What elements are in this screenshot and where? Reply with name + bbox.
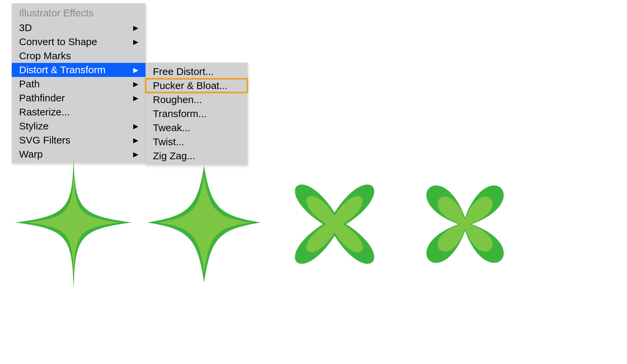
primary-menu-panel: Illustrator Effects 3D▶Convert to Shape▶… [12, 3, 146, 163]
submenu-item-label: Roughen... [153, 94, 202, 105]
menu-item-label: SVG Filters [19, 134, 70, 146]
submenu-panel: Free Distort...Pucker & Bloat...Roughen.… [146, 63, 248, 165]
menu-item-label: Path [19, 78, 40, 90]
menu-item-svg-filters[interactable]: SVG Filters▶ [12, 133, 146, 147]
submenu-item-roughen[interactable]: Roughen... [146, 93, 248, 107]
menu-item-label: Rasterize... [19, 106, 70, 118]
submenu-item-label: Tweak... [153, 122, 190, 133]
shape-bloat-mild [274, 157, 395, 291]
menu-item-label: Distort & Transform [19, 64, 105, 76]
submenu-item-twist[interactable]: Twist... [146, 135, 248, 149]
menu-item-crop-marks[interactable]: Crop Marks [12, 49, 146, 63]
submenu-item-label: Free Distort... [153, 66, 214, 77]
menu-header: Illustrator Effects [12, 5, 146, 21]
submenu-item-label: Twist... [153, 136, 184, 148]
menu-item-stylize[interactable]: Stylize▶ [12, 119, 146, 133]
submenu-item-pucker-bloat[interactable]: Pucker & Bloat... [146, 79, 248, 93]
menu-item-3d[interactable]: 3D▶ [12, 21, 146, 35]
submenu-item-label: Pucker & Bloat... [153, 80, 228, 91]
menu-item-label: 3D [19, 22, 32, 33]
menu-item-rasterize[interactable]: Rasterize... [12, 105, 146, 119]
submenu-item-free-distort[interactable]: Free Distort... [146, 65, 248, 79]
menu-item-label: Pathfinder [19, 92, 65, 104]
submenu-arrow-icon: ▶ [133, 24, 138, 32]
submenu-item-tweak[interactable]: Tweak... [146, 121, 248, 135]
menu-item-label: Convert to Shape [19, 36, 97, 48]
shapes-row [13, 157, 525, 291]
submenu-item-label: Transform... [153, 108, 207, 119]
shape-pucker-mild [144, 157, 264, 291]
shape-pucker-strong [13, 157, 134, 291]
menu-item-pathfinder[interactable]: Pathfinder▶ [12, 91, 146, 105]
submenu-arrow-icon: ▶ [133, 136, 138, 144]
menu-item-label: Stylize [19, 120, 49, 132]
menu-item-convert-to-shape[interactable]: Convert to Shape▶ [12, 35, 146, 49]
submenu-arrow-icon: ▶ [133, 66, 138, 74]
submenu-arrow-icon: ▶ [133, 38, 138, 46]
menu-item-distort-transform[interactable]: Distort & Transform▶ [12, 63, 146, 77]
submenu-arrow-icon: ▶ [133, 122, 138, 130]
submenu-arrow-icon: ▶ [133, 94, 138, 102]
submenu-arrow-icon: ▶ [133, 80, 138, 88]
submenu-item-transform[interactable]: Transform... [146, 107, 248, 121]
menu-item-label: Crop Marks [19, 50, 71, 62]
shape-bloat-strong [405, 157, 525, 291]
menu-item-path[interactable]: Path▶ [12, 77, 146, 91]
effects-menu: Illustrator Effects 3D▶Convert to Shape▶… [12, 3, 248, 165]
